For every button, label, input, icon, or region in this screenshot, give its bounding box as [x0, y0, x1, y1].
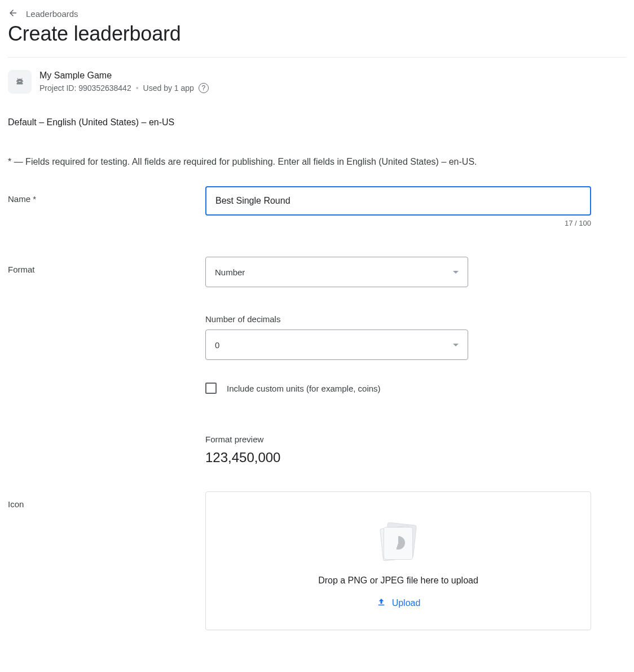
- file-stack-icon: [378, 524, 419, 564]
- locale-line: Default – English (United States) – en-U…: [8, 117, 626, 128]
- chevron-down-icon: [453, 344, 459, 346]
- name-char-counter: 17 / 100: [205, 219, 591, 227]
- project-usage: Used by 1 app: [143, 84, 194, 93]
- decimals-label: Number of decimals: [205, 314, 626, 324]
- icon-label: Icon: [8, 491, 205, 509]
- chevron-down-icon: [453, 271, 459, 274]
- page-title: Create leaderboard: [8, 22, 626, 58]
- format-selected: Number: [215, 267, 245, 277]
- project-summary: My Sample Game Project ID: 990352638442 …: [8, 70, 626, 94]
- project-avatar: [8, 70, 32, 94]
- decimals-selected: 0: [215, 340, 219, 350]
- icon-dropzone[interactable]: Drop a PNG or JPEG file here to upload U…: [205, 491, 591, 630]
- drop-instructions: Drop a PNG or JPEG file here to upload: [318, 576, 478, 586]
- required-note: * — Fields required for testing. All fie…: [8, 157, 626, 167]
- format-preview-value: 123,450,000: [205, 450, 626, 465]
- format-preview-label: Format preview: [205, 434, 626, 444]
- custom-units-checkbox[interactable]: [205, 383, 217, 394]
- decimals-select[interactable]: 0: [205, 330, 468, 360]
- project-name: My Sample Game: [39, 71, 209, 81]
- help-icon[interactable]: ?: [199, 83, 209, 93]
- upload-button[interactable]: Upload: [376, 597, 421, 609]
- android-icon: [14, 75, 26, 89]
- separator-dot: •: [136, 84, 139, 93]
- name-label: Name *: [8, 186, 205, 204]
- upload-icon: [376, 597, 386, 609]
- project-id: Project ID: 990352638442: [39, 84, 131, 93]
- name-input[interactable]: [205, 186, 591, 216]
- breadcrumb-label: Leaderboards: [26, 9, 78, 19]
- breadcrumb[interactable]: Leaderboards: [8, 8, 626, 20]
- format-select[interactable]: Number: [205, 257, 468, 287]
- upload-label: Upload: [392, 598, 421, 608]
- custom-units-label: Include custom units (for example, coins…: [227, 384, 381, 393]
- format-label: Format: [8, 257, 205, 274]
- back-arrow-icon[interactable]: [8, 8, 18, 20]
